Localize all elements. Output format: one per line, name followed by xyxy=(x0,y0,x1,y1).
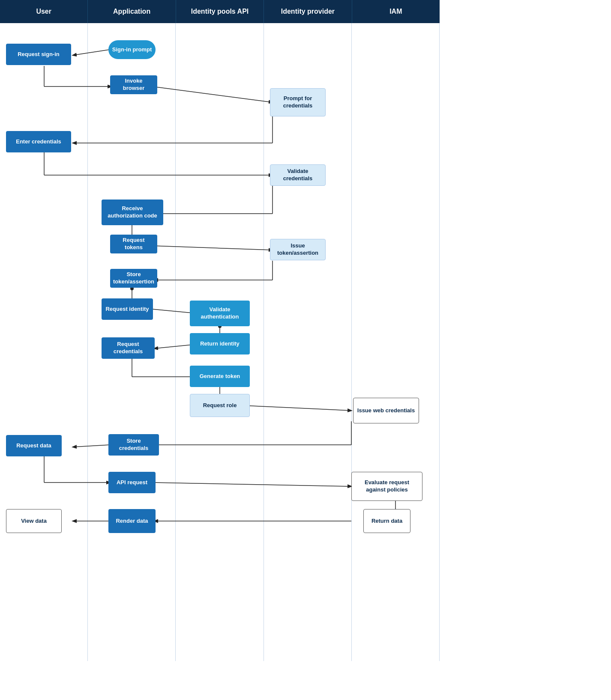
view-data-box: View data xyxy=(6,509,62,533)
lane-iam xyxy=(352,23,440,661)
request-signin-box: Request sign-in xyxy=(6,44,71,65)
signin-prompt-box: Sign-in prompt xyxy=(108,40,156,59)
issue-web-credentials-box: Issue web credentials xyxy=(353,398,419,423)
validate-credentials-box: Validate credentials xyxy=(270,164,326,186)
request-role-box: Request role xyxy=(190,394,250,417)
render-data-box: Render data xyxy=(108,509,156,533)
diagram-container: User Application Identity pools API Iden… xyxy=(0,0,440,678)
invoke-browser-box: Invoke browser xyxy=(110,75,157,94)
prompt-credentials-box: Prompt for credentials xyxy=(270,88,326,116)
header-application: Application xyxy=(88,0,176,23)
store-token-box: Store token/assertion xyxy=(110,269,157,288)
store-credentials-box: Store credentials xyxy=(108,434,159,456)
return-data-box: Return data xyxy=(363,509,410,533)
header-row: User Application Identity pools API Iden… xyxy=(0,0,440,23)
receive-auth-code-box: Receive authorization code xyxy=(102,200,163,225)
header-iam: IAM xyxy=(352,0,440,23)
api-request-box: API request xyxy=(108,472,156,493)
issue-token-box: Issue token/assertion xyxy=(270,239,326,260)
enter-credentials-box: Enter credentials xyxy=(6,131,71,152)
return-identity-box: Return identity xyxy=(190,333,250,354)
header-user: User xyxy=(0,0,88,23)
request-data-box: Request data xyxy=(6,435,62,456)
request-tokens-box: Request tokens xyxy=(110,235,157,253)
header-identity-provider: Identity provider xyxy=(264,0,352,23)
evaluate-request-box: Evaluate request against policies xyxy=(351,472,422,501)
lanes-area: Request sign-in Sign-in prompt Invoke br… xyxy=(0,23,440,661)
header-identity-pools: Identity pools API xyxy=(176,0,264,23)
request-identity-box: Request identity xyxy=(102,298,153,320)
request-credentials-box: Request credentials xyxy=(102,337,155,359)
generate-token-box: Generate token xyxy=(190,366,250,387)
validate-auth-box: Validate authentication xyxy=(190,301,250,326)
lane-user xyxy=(0,23,88,661)
lane-identity-provider xyxy=(264,23,352,661)
